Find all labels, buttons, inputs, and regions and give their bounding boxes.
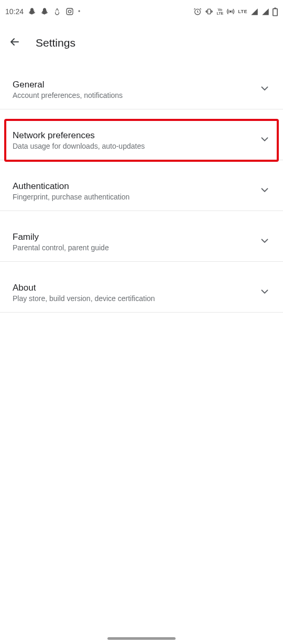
settings-row-family[interactable]: Family Parental control, parent guide xyxy=(0,223,283,262)
settings-row-authentication[interactable]: Authentication Fingerprint, purchase aut… xyxy=(0,172,283,211)
row-title: Authentication xyxy=(13,181,253,192)
row-subtitle: Parental control, parent guide xyxy=(13,243,253,252)
settings-row-about[interactable]: About Play store, build version, device … xyxy=(0,273,283,313)
settings-row-general[interactable]: General Account preferences, notificatio… xyxy=(0,70,283,109)
snapchat-icon-2 xyxy=(40,7,49,16)
signal-icon-2 xyxy=(262,8,269,16)
app-header: Settings xyxy=(0,28,283,58)
vibrate-icon xyxy=(205,7,213,16)
signal-icon-1 xyxy=(251,8,258,16)
svg-rect-6 xyxy=(273,8,277,15)
status-right: Vo LTE LTE xyxy=(193,7,278,16)
back-icon[interactable] xyxy=(8,36,21,50)
page-title: Settings xyxy=(36,37,75,49)
row-title: Network preferences xyxy=(13,130,253,141)
svg-point-1 xyxy=(68,10,71,13)
status-time: 10:24 xyxy=(5,7,24,16)
flame-icon xyxy=(53,7,61,16)
instagram-icon xyxy=(66,7,74,16)
more-dot-icon: • xyxy=(78,8,80,15)
chevron-down-icon xyxy=(259,235,270,249)
status-bar: 10:24 • Vo LTE LTE xyxy=(0,0,283,23)
svg-rect-7 xyxy=(274,7,276,8)
chevron-down-icon xyxy=(259,83,270,96)
chevron-down-icon xyxy=(259,286,270,299)
row-title: General xyxy=(13,80,253,90)
svg-rect-4 xyxy=(208,9,211,14)
snapchat-icon xyxy=(28,7,36,16)
status-left: 10:24 • xyxy=(5,7,80,16)
settings-row-network[interactable]: Network preferences Data usage for downl… xyxy=(0,121,283,160)
svg-point-2 xyxy=(71,9,72,10)
svg-rect-0 xyxy=(67,8,73,15)
row-title: About xyxy=(13,283,253,293)
row-title: Family xyxy=(13,232,253,242)
chevron-down-icon xyxy=(259,184,270,198)
row-subtitle: Data usage for downloads, auto-updates xyxy=(13,142,253,150)
chevron-down-icon xyxy=(259,134,270,147)
svg-point-5 xyxy=(230,11,232,13)
settings-list: General Account preferences, notificatio… xyxy=(0,70,283,313)
row-subtitle: Fingerprint, purchase authentication xyxy=(13,193,253,201)
row-subtitle: Account preferences, notifications xyxy=(13,91,253,99)
alarm-icon xyxy=(193,7,202,16)
lte-indicator: LTE xyxy=(238,9,247,14)
hotspot-icon xyxy=(226,7,235,16)
row-subtitle: Play store, build version, device certif… xyxy=(13,294,253,303)
gesture-bar[interactable] xyxy=(107,637,176,640)
volte-indicator: Vo LTE xyxy=(216,8,223,15)
battery-icon xyxy=(273,7,278,16)
